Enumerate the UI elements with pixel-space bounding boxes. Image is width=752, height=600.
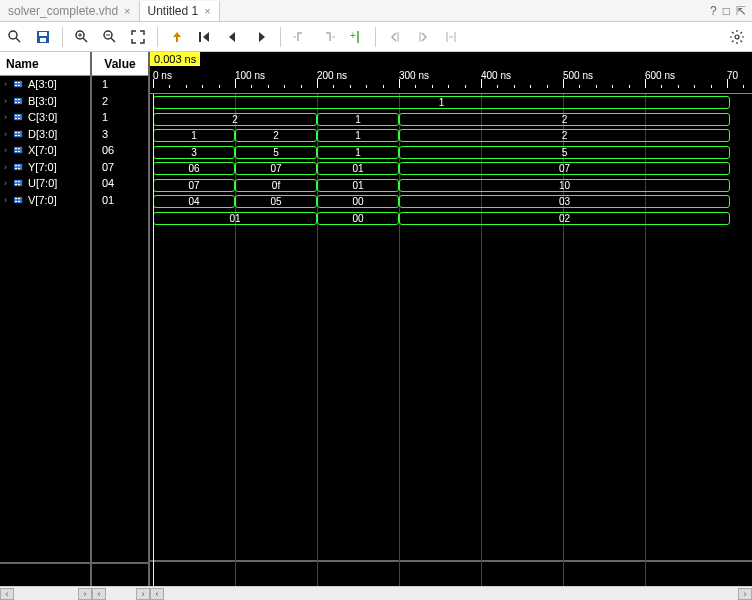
svg-line-1 xyxy=(16,38,20,42)
ruler-tick: 500 ns xyxy=(563,70,593,81)
chevron-right-icon[interactable]: › xyxy=(4,129,12,139)
scroll-right-icon[interactable]: › xyxy=(136,588,150,600)
svg-rect-55 xyxy=(14,197,22,203)
chevron-right-icon[interactable]: › xyxy=(4,112,12,122)
wave-scrollbar[interactable]: ‹ › xyxy=(150,586,752,600)
bus-icon xyxy=(14,178,26,188)
zoom-out-icon[interactable] xyxy=(101,28,119,46)
svg-rect-20 xyxy=(14,81,22,87)
prev-edge-icon[interactable] xyxy=(291,28,309,46)
value-header: Value xyxy=(92,52,148,76)
signal-value-row: 1 xyxy=(92,109,148,126)
wave-row[interactable]: 04050003 xyxy=(150,195,752,209)
signal-name: Y[7:0] xyxy=(28,161,57,173)
svg-rect-31 xyxy=(15,115,17,116)
wave-segment: 07 xyxy=(235,162,317,175)
signal-name-row[interactable]: ›U[7:0] xyxy=(0,175,90,192)
scroll-left-icon[interactable]: ‹ xyxy=(0,588,14,600)
svg-rect-48 xyxy=(15,168,17,169)
close-icon[interactable]: × xyxy=(204,5,210,17)
time-ruler[interactable]: 0 ns100 ns200 ns300 ns400 ns500 ns600 ns… xyxy=(150,70,752,94)
ruler-tick: 100 ns xyxy=(235,70,265,81)
step-back-icon[interactable] xyxy=(224,28,242,46)
search-icon[interactable] xyxy=(6,28,24,46)
chevron-right-icon[interactable]: › xyxy=(4,96,12,106)
chevron-right-icon[interactable]: › xyxy=(4,162,12,172)
swap-markers-icon[interactable] xyxy=(442,28,460,46)
name-scrollbar[interactable]: ‹ › xyxy=(0,586,92,600)
chevron-right-icon[interactable]: › xyxy=(4,145,12,155)
settings-icon[interactable] xyxy=(728,28,746,46)
ruler-tick: 200 ns xyxy=(317,70,347,81)
scroll-left-icon[interactable]: ‹ xyxy=(150,588,164,600)
bus-icon xyxy=(14,195,26,205)
step-forward-icon[interactable] xyxy=(252,28,270,46)
ruler-tick: 70 xyxy=(727,70,738,81)
scroll-right-icon[interactable]: › xyxy=(738,588,752,600)
scroll-left-icon[interactable]: ‹ xyxy=(92,588,106,600)
value-scrollbar[interactable]: ‹ › xyxy=(92,586,150,600)
waveform-area[interactable]: 0.003 ns 0 ns100 ns200 ns300 ns400 ns500… xyxy=(150,52,752,586)
zoom-fit-icon[interactable] xyxy=(129,28,147,46)
svg-rect-49 xyxy=(18,168,20,169)
svg-rect-52 xyxy=(18,181,20,182)
tab-untitled[interactable]: Untitled 1 × xyxy=(140,1,220,21)
signal-value-row: 01 xyxy=(92,192,148,209)
cursor-line[interactable] xyxy=(153,94,154,586)
goto-first-icon[interactable] xyxy=(196,28,214,46)
svg-rect-23 xyxy=(15,85,17,86)
wave-row[interactable]: 010002 xyxy=(150,212,752,226)
prev-marker-icon[interactable] xyxy=(386,28,404,46)
chevron-right-icon[interactable]: › xyxy=(4,79,12,89)
signal-name-row[interactable]: ›D[3:0] xyxy=(0,126,90,143)
signal-name-row[interactable]: ›Y[7:0] xyxy=(0,159,90,176)
signal-name-row[interactable]: ›B[3:0] xyxy=(0,93,90,110)
wave-row[interactable]: 212 xyxy=(150,113,752,127)
signal-value-row: 2 xyxy=(92,93,148,110)
next-marker-icon[interactable] xyxy=(414,28,432,46)
svg-rect-27 xyxy=(18,99,20,100)
wave-segment: 1 xyxy=(317,146,399,159)
signal-name-row[interactable]: ›V[7:0] xyxy=(0,192,90,209)
maximize-icon[interactable]: □ xyxy=(723,4,730,18)
goto-cursor-icon[interactable] xyxy=(168,28,186,46)
svg-text:+: + xyxy=(350,30,356,41)
svg-rect-24 xyxy=(18,85,20,86)
wave-row[interactable]: 1212 xyxy=(150,129,752,143)
save-icon[interactable] xyxy=(34,28,52,46)
svg-rect-37 xyxy=(18,132,20,133)
wave-segment: 1 xyxy=(317,129,399,142)
ruler-tick: 600 ns xyxy=(645,70,675,81)
svg-rect-41 xyxy=(15,148,17,149)
signal-name-row[interactable]: ›A[3:0] xyxy=(0,76,90,93)
wave-segment: 5 xyxy=(399,146,730,159)
svg-rect-35 xyxy=(14,131,22,137)
wave-row[interactable]: 3515 xyxy=(150,146,752,160)
signal-name-row[interactable]: ›C[3:0] xyxy=(0,109,90,126)
svg-rect-38 xyxy=(15,135,17,136)
waveform-rows[interactable]: 12121212351506070107070f0110040500030100… xyxy=(150,94,752,586)
next-edge-icon[interactable] xyxy=(319,28,337,46)
close-icon[interactable]: × xyxy=(124,5,130,17)
add-marker-icon[interactable]: + xyxy=(347,28,365,46)
help-icon[interactable]: ? xyxy=(710,4,717,18)
tab-solver[interactable]: solver_complete.vhd × xyxy=(0,1,140,21)
scroll-right-icon[interactable]: › xyxy=(78,588,92,600)
name-header: Name xyxy=(0,52,90,76)
popout-icon[interactable]: ⇱ xyxy=(736,4,746,18)
chevron-right-icon[interactable]: › xyxy=(4,178,12,188)
wave-segment: 05 xyxy=(235,195,317,208)
wave-row[interactable]: 06070107 xyxy=(150,162,752,176)
svg-rect-45 xyxy=(14,164,22,170)
wave-segment: 1 xyxy=(317,113,399,126)
wave-segment: 2 xyxy=(399,113,730,126)
svg-rect-58 xyxy=(15,201,17,202)
zoom-in-icon[interactable] xyxy=(73,28,91,46)
wave-row[interactable]: 070f0110 xyxy=(150,179,752,193)
svg-rect-4 xyxy=(40,38,46,42)
signal-name-row[interactable]: ›X[7:0] xyxy=(0,142,90,159)
chevron-right-icon[interactable]: › xyxy=(4,195,12,205)
wave-row[interactable]: 1 xyxy=(150,96,752,110)
bus-icon xyxy=(14,129,26,139)
wave-segment: 07 xyxy=(399,162,730,175)
